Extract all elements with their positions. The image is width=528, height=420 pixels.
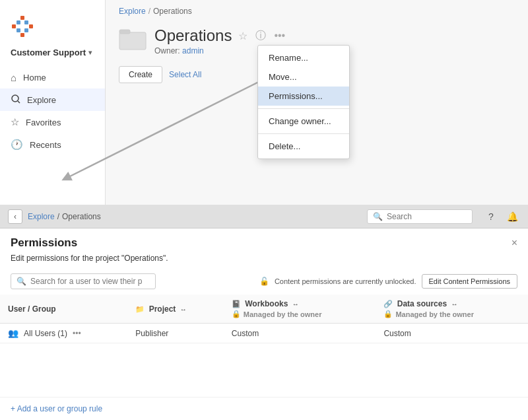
sidebar-item-explore-label: Explore bbox=[27, 95, 56, 105]
sidebar-item-recents-label: Recents bbox=[30, 140, 61, 150]
workspace-selector[interactable]: Customer Support ▾ bbox=[0, 44, 105, 67]
svg-rect-1 bbox=[20, 33, 24, 37]
folder-title-row: Operations ☆ ⓘ ••• bbox=[154, 26, 286, 45]
table-header: User / Group 📁 Project ↔ 📓 Workbooks bbox=[0, 295, 528, 324]
select-all-button[interactable]: Select All bbox=[169, 70, 201, 79]
panel-header: Permissions × bbox=[0, 228, 528, 252]
panel-title: Permissions bbox=[11, 236, 77, 250]
all-users-icon: 👥 bbox=[8, 328, 18, 338]
datasources-managed-note: 🔒 Managed by the owner bbox=[383, 310, 520, 318]
workbooks-managed-note: 🔒 Managed by the owner bbox=[232, 310, 368, 318]
col-user-group: User / Group bbox=[0, 295, 127, 324]
workspace-chevron-icon: ▾ bbox=[88, 49, 92, 56]
svg-rect-2 bbox=[12, 24, 16, 28]
bottom-section: ‹ Explore / Operations 🔍 ? 🔔 Permissions… bbox=[0, 205, 528, 420]
content-perms-text: Content permissions are currently unlock… bbox=[275, 277, 416, 285]
more-options-icon[interactable]: ••• bbox=[273, 28, 286, 43]
folder-owner-link[interactable]: admin bbox=[182, 46, 204, 55]
favorite-star-icon[interactable]: ☆ bbox=[237, 28, 249, 44]
project-role-cell: Publisher bbox=[127, 324, 224, 343]
user-more-button[interactable]: ••• bbox=[73, 329, 81, 338]
sidebar: Customer Support ▾ ⌂ Home Explore ☆ Favo… bbox=[0, 0, 106, 205]
home-icon: ⌂ bbox=[11, 72, 16, 83]
topbar-back-button[interactable]: ‹ bbox=[8, 209, 22, 224]
context-menu-move[interactable]: Move... bbox=[258, 67, 349, 87]
topbar-breadcrumb-sep: / bbox=[57, 212, 59, 221]
recents-icon: 🕐 bbox=[11, 139, 23, 151]
sidebar-item-favorites-label: Favorites bbox=[26, 118, 61, 127]
subtitle-project: "Operations" bbox=[121, 254, 166, 263]
context-menu-divider bbox=[258, 108, 349, 109]
topbar-search-box[interactable]: 🔍 bbox=[367, 209, 473, 224]
user-name: All Users (1) bbox=[24, 329, 67, 338]
info-icon[interactable]: ⓘ bbox=[254, 28, 267, 44]
breadcrumb-explore-link[interactable]: Explore bbox=[119, 7, 146, 16]
user-search-input[interactable] bbox=[30, 277, 143, 286]
user-cell: 👥 All Users (1) ••• bbox=[0, 324, 127, 343]
user-search-icon: 🔍 bbox=[16, 277, 26, 286]
panel-close-button[interactable]: × bbox=[512, 238, 517, 248]
add-rule-button[interactable]: + Add a user or group rule bbox=[0, 397, 528, 420]
favorites-icon: ☆ bbox=[11, 116, 19, 128]
table-row: 👥 All Users (1) ••• Publisher Custom Cus… bbox=[0, 324, 528, 343]
topbar-search-input[interactable] bbox=[387, 212, 466, 221]
breadcrumb: Explore / Operations bbox=[106, 0, 528, 20]
content-perms-info: 🔓 Content permissions are currently unlo… bbox=[259, 274, 517, 289]
svg-rect-7 bbox=[24, 28, 28, 32]
svg-rect-10 bbox=[119, 32, 146, 50]
context-menu-change-owner[interactable]: Change owner... bbox=[258, 112, 349, 131]
context-menu-divider-2 bbox=[258, 133, 349, 134]
project-col-icon: 📁 bbox=[135, 305, 145, 313]
panel-subtitle: Edit permissions for the project "Operat… bbox=[0, 252, 528, 269]
breadcrumb-current: Operations bbox=[153, 7, 192, 16]
datasources-managed-text: Managed by the owner bbox=[395, 310, 474, 318]
subtitle-suffix: . bbox=[166, 254, 168, 263]
permissions-panel: Permissions × Edit permissions for the p… bbox=[0, 228, 528, 420]
dialog-topbar: ‹ Explore / Operations 🔍 ? 🔔 bbox=[0, 205, 528, 228]
sidebar-item-home[interactable]: ⌂ Home bbox=[0, 67, 105, 88]
topbar-search-icon: 🔍 bbox=[373, 212, 383, 221]
sidebar-item-explore[interactable]: Explore bbox=[0, 88, 105, 111]
workbooks-role-cell: Custom bbox=[224, 324, 376, 343]
edit-content-permissions-button[interactable]: Edit Content Permissions bbox=[422, 274, 518, 289]
col-project: 📁 Project ↔ bbox=[127, 295, 224, 324]
create-button[interactable]: Create bbox=[119, 66, 162, 83]
svg-rect-11 bbox=[119, 30, 130, 34]
sidebar-item-home-label: Home bbox=[23, 73, 46, 83]
workbooks-managed-text: Managed by the owner bbox=[244, 310, 322, 318]
datasources-role-cell: Custom bbox=[376, 324, 528, 343]
table-body: 👥 All Users (1) ••• Publisher Custom Cus… bbox=[0, 324, 528, 343]
context-menu-delete[interactable]: Delete... bbox=[258, 137, 349, 156]
datasources-col-icon: 🔗 bbox=[383, 300, 393, 308]
panel-toolbar: 🔍 🔓 Content permissions are currently un… bbox=[0, 269, 528, 295]
sidebar-nav: ⌂ Home Explore ☆ Favorites 🕐 Recents bbox=[0, 67, 105, 156]
context-menu-rename[interactable]: Rename... bbox=[258, 48, 349, 67]
col-datasources: 🔗 Data sources ↔ 🔒 Managed by the owner bbox=[376, 295, 528, 324]
subtitle-prefix: Edit permissions for the project bbox=[11, 254, 121, 263]
notification-icon[interactable]: 🔔 bbox=[504, 209, 520, 225]
svg-point-8 bbox=[12, 95, 18, 102]
workspace-name: Customer Support bbox=[11, 48, 86, 57]
help-icon[interactable]: ? bbox=[483, 209, 499, 225]
context-menu: Rename... Move... Permissions... Change … bbox=[257, 45, 350, 159]
svg-rect-4 bbox=[16, 20, 20, 24]
lock-small-icon-2: 🔒 bbox=[383, 310, 393, 318]
topbar-breadcrumb-explore[interactable]: Explore bbox=[28, 212, 55, 221]
lock-small-icon: 🔒 bbox=[232, 310, 241, 318]
app-logo-icon bbox=[11, 15, 34, 38]
explore-icon bbox=[11, 94, 20, 106]
topbar-breadcrumb-current: Operations bbox=[62, 212, 101, 221]
col-datasources-label: Data sources bbox=[397, 299, 447, 308]
folder-icon bbox=[119, 26, 147, 55]
svg-rect-0 bbox=[20, 16, 24, 20]
col-user-group-label: User / Group bbox=[8, 304, 56, 314]
svg-line-9 bbox=[18, 101, 20, 103]
sidebar-item-recents[interactable]: 🕐 Recents bbox=[0, 133, 105, 156]
context-menu-permissions[interactable]: Permissions... bbox=[258, 87, 349, 106]
svg-rect-3 bbox=[29, 24, 33, 28]
user-search-box[interactable]: 🔍 bbox=[11, 273, 156, 289]
col-project-label: Project bbox=[149, 304, 176, 314]
sidebar-item-favorites[interactable]: ☆ Favorites bbox=[0, 111, 105, 133]
svg-rect-5 bbox=[24, 20, 28, 24]
folder-title-text: Operations bbox=[154, 26, 232, 45]
